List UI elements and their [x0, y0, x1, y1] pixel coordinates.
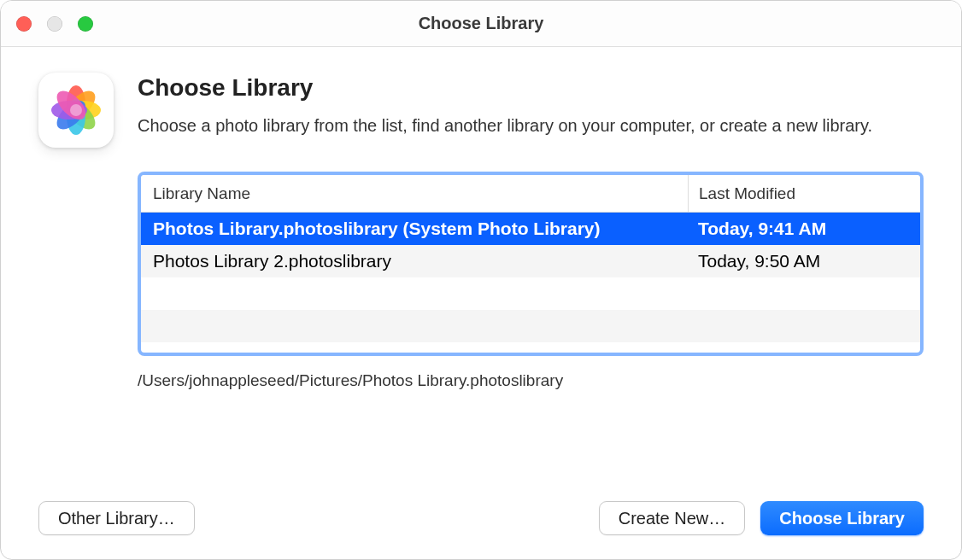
- close-window-button[interactable]: [16, 16, 32, 32]
- minimize-window-button[interactable]: [47, 16, 62, 32]
- dialog-content: Choose Library Choose a photo library fr…: [1, 47, 961, 390]
- library-row-name: Photos Library 2.photoslibrary: [141, 251, 688, 271]
- selected-library-path: /Users/johnappleseed/Pictures/Photos Lib…: [138, 371, 924, 390]
- svg-point-8: [70, 104, 82, 116]
- library-row-empty: [141, 277, 920, 310]
- library-list-area: Library Name Last Modified Photos Librar…: [138, 172, 924, 390]
- library-row-name: Photos Library.photoslibrary (System Pho…: [141, 219, 688, 239]
- library-listbox[interactable]: Library Name Last Modified Photos Librar…: [138, 172, 924, 356]
- dialog-description: Choose a photo library from the list, fi…: [138, 114, 924, 138]
- library-row-modified: Today, 9:50 AM: [688, 251, 920, 271]
- maximize-window-button[interactable]: [78, 16, 93, 32]
- window-controls: [16, 1, 93, 46]
- library-row[interactable]: Photos Library 2.photoslibrary Today, 9:…: [141, 245, 920, 277]
- library-row-modified: Today, 9:41 AM: [688, 219, 920, 239]
- window-title: Choose Library: [419, 14, 544, 33]
- create-new-button[interactable]: Create New…: [599, 501, 746, 535]
- choose-library-window: Choose Library: [0, 0, 962, 560]
- dialog-header: Choose Library Choose a photo library fr…: [38, 73, 924, 148]
- library-list-header: Library Name Last Modified: [141, 175, 920, 213]
- library-row-empty: [141, 310, 920, 342]
- library-row[interactable]: Photos Library.photoslibrary (System Pho…: [141, 213, 920, 245]
- choose-library-button[interactable]: Choose Library: [760, 501, 924, 535]
- dialog-heading: Choose Library: [138, 74, 924, 102]
- title-bar: Choose Library: [1, 1, 961, 47]
- column-header-name[interactable]: Library Name: [141, 184, 688, 203]
- photos-app-icon: [38, 73, 114, 148]
- button-bar: Other Library… Create New… Choose Librar…: [38, 501, 924, 535]
- column-header-modified[interactable]: Last Modified: [688, 175, 920, 212]
- other-library-button[interactable]: Other Library…: [38, 501, 195, 535]
